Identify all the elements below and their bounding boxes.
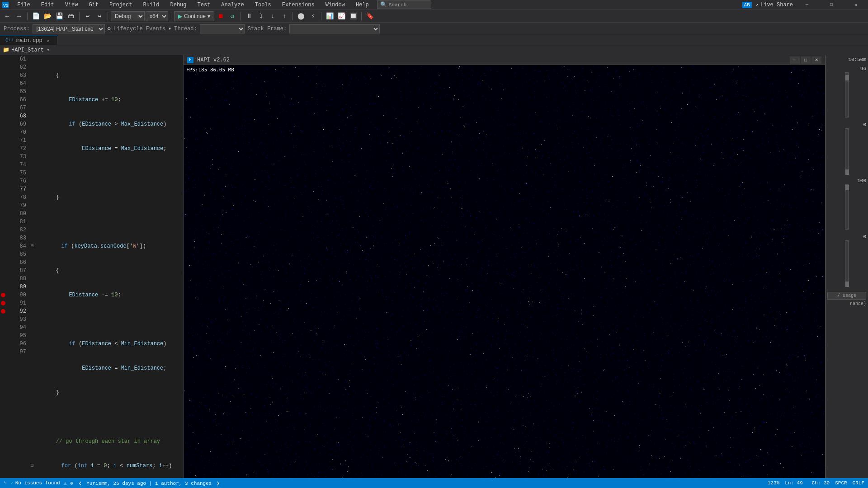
live-share-btn[interactable]: ↗ Live Share bbox=[755, 1, 793, 8]
gutter-line bbox=[0, 104, 7, 112]
menu-window[interactable]: Window bbox=[323, 1, 348, 9]
gutter-bp-91[interactable] bbox=[0, 299, 7, 307]
gutter-line bbox=[0, 348, 7, 356]
app-icon: VS bbox=[2, 1, 9, 9]
slider-4[interactable] bbox=[845, 240, 849, 286]
code-text[interactable]: { EDistance += 10; if (EDistance > Max_E… bbox=[30, 55, 183, 478]
stop-btn[interactable]: ⏹ bbox=[215, 11, 226, 22]
hapi-maximize-btn[interactable]: □ bbox=[801, 56, 811, 64]
close-button[interactable]: ✕ bbox=[845, 0, 866, 10]
mem-btn[interactable]: 🔲 bbox=[348, 11, 359, 22]
separator7 bbox=[321, 12, 321, 20]
lifecycle-dropdown-icon: ▾ bbox=[168, 25, 171, 32]
slider-1[interactable] bbox=[845, 72, 849, 117]
step-into-btn[interactable]: ↓ bbox=[267, 11, 278, 22]
menu-view[interactable]: View bbox=[62, 1, 81, 9]
save-all-btn[interactable]: 🗃 bbox=[66, 11, 76, 22]
menu-build[interactable]: Build bbox=[140, 1, 162, 9]
menu-debug[interactable]: Debug bbox=[167, 1, 189, 9]
stack-frame-dropdown[interactable] bbox=[289, 24, 380, 33]
code-line-66: } bbox=[30, 193, 181, 202]
gutter-line bbox=[0, 112, 7, 120]
menu-tools[interactable]: Tools bbox=[252, 1, 274, 9]
hapi-window: H HAPI v2.62 ─ □ ✕ FPS:185 86.05 MB bbox=[183, 55, 825, 478]
hapi-titlebar[interactable]: H HAPI v2.62 ─ □ ✕ bbox=[184, 55, 825, 65]
arch-dropdown[interactable]: x64 x86 bbox=[146, 11, 168, 21]
solution-label: HAPI_Start bbox=[11, 47, 44, 53]
forward-btn[interactable]: → bbox=[14, 11, 24, 22]
perf-btn[interactable]: 📊 bbox=[324, 11, 335, 22]
ln-67: 67 bbox=[7, 104, 26, 112]
zoom-level[interactable]: 123% bbox=[768, 480, 779, 486]
debug-mode-dropdown[interactable]: Debug Release bbox=[111, 11, 145, 21]
save-btn[interactable]: 💾 bbox=[54, 11, 65, 22]
bookmark-btn[interactable]: 🔖 bbox=[364, 11, 375, 22]
gutter-bp-92[interactable] bbox=[0, 307, 7, 315]
back-btn[interactable]: ← bbox=[2, 11, 13, 22]
new-file-btn[interactable]: 📄 bbox=[30, 11, 41, 22]
menu-project[interactable]: Project bbox=[107, 1, 135, 9]
ln-82: 82 bbox=[7, 226, 26, 234]
step-out-btn[interactable]: ↑ bbox=[279, 11, 290, 22]
continue-button[interactable]: ▶ Continue ▾ bbox=[174, 11, 214, 21]
ln-72: 72 bbox=[7, 145, 26, 153]
line-ending[interactable]: CRLF bbox=[853, 480, 864, 486]
gutter-line bbox=[0, 315, 7, 324]
step-over-btn[interactable]: ⤵ bbox=[255, 11, 266, 22]
column-number[interactable]: Ch: 30 bbox=[812, 480, 830, 486]
minimize-button[interactable]: ─ bbox=[797, 0, 817, 10]
restart-btn[interactable]: ↺ bbox=[227, 11, 238, 22]
ln-80: 80 bbox=[7, 210, 26, 218]
fold-68[interactable]: ⊟ bbox=[30, 242, 34, 250]
code-line-74: } bbox=[30, 389, 181, 397]
menu-analyze[interactable]: Analyze bbox=[218, 1, 246, 9]
git-nav-next[interactable]: ❯ bbox=[217, 481, 220, 486]
redo-btn[interactable]: ↪ bbox=[94, 11, 105, 22]
gutter-line bbox=[0, 145, 7, 153]
continue-label: Continue bbox=[184, 13, 206, 19]
process-dropdown[interactable]: [13624] HAPI_Start.exe bbox=[33, 24, 105, 33]
menu-git[interactable]: Git bbox=[86, 1, 101, 9]
maximize-button[interactable]: □ bbox=[821, 0, 842, 10]
menu-extensions[interactable]: Extensions bbox=[279, 1, 317, 9]
line-number[interactable]: Ln: 49 bbox=[785, 480, 803, 486]
menu-test[interactable]: Test bbox=[195, 1, 213, 9]
gutter-bp-90[interactable] bbox=[0, 291, 7, 299]
menu-edit[interactable]: Edit bbox=[38, 1, 57, 9]
exception-btn[interactable]: ⚡ bbox=[307, 11, 318, 22]
usage-button[interactable]: / Usage bbox=[827, 292, 866, 300]
no-issues-indicator[interactable]: ✓ No issues found bbox=[10, 480, 60, 486]
thread-dropdown[interactable] bbox=[200, 24, 245, 33]
hapi-render-area: FPS:185 86.05 MB bbox=[184, 65, 825, 478]
title-search-box[interactable]: 🔍 Search bbox=[377, 0, 431, 9]
git-nav-prev[interactable]: ❮ bbox=[79, 481, 82, 486]
hapi-close-btn[interactable]: ✕ bbox=[811, 56, 821, 64]
slider-3[interactable] bbox=[845, 184, 849, 230]
ln-76: 76 bbox=[7, 177, 26, 185]
title-bar: VS File Edit View Git Project Build Debu… bbox=[0, 0, 868, 10]
ln-85: 85 bbox=[7, 250, 26, 258]
breakpoint-gutter[interactable] bbox=[0, 55, 7, 478]
pause-btn[interactable]: ⏸ bbox=[244, 11, 255, 22]
git-commit-info: Yurismm, 25 days ago | 1 author, 3 chang… bbox=[86, 481, 212, 486]
debug-toolbar: ← → 📄 📂 💾 🗃 ↩ ↪ Debug Release x64 x86 ▶ … bbox=[0, 10, 868, 23]
indent-type[interactable]: SPCR bbox=[835, 480, 847, 486]
hapi-minimize-btn[interactable]: ─ bbox=[790, 56, 800, 64]
gutter-line bbox=[0, 136, 7, 145]
menu-file[interactable]: File bbox=[14, 1, 33, 9]
tab-main-cpp[interactable]: C++ main.cpp ✕ bbox=[0, 36, 57, 45]
undo-btn[interactable]: ↩ bbox=[82, 11, 93, 22]
fold-77[interactable]: ⊟ bbox=[30, 462, 34, 470]
gutter-line bbox=[0, 242, 7, 250]
open-btn[interactable]: 📂 bbox=[42, 11, 53, 22]
breakpoint-btn[interactable]: ⬤ bbox=[296, 11, 307, 22]
code-line-69: { bbox=[30, 267, 181, 275]
code-line-77: ⊟ for (int i = 0; i < numStars; i++) bbox=[30, 462, 181, 470]
diag-btn[interactable]: 📈 bbox=[336, 11, 347, 22]
ln-65: 65 bbox=[7, 88, 26, 96]
slider-2[interactable] bbox=[845, 128, 849, 174]
ln-95: 95 bbox=[7, 332, 26, 340]
value-0b: 0 bbox=[827, 234, 866, 239]
menu-help[interactable]: Help bbox=[353, 1, 372, 9]
tab-close-btn[interactable]: ✕ bbox=[45, 38, 52, 44]
